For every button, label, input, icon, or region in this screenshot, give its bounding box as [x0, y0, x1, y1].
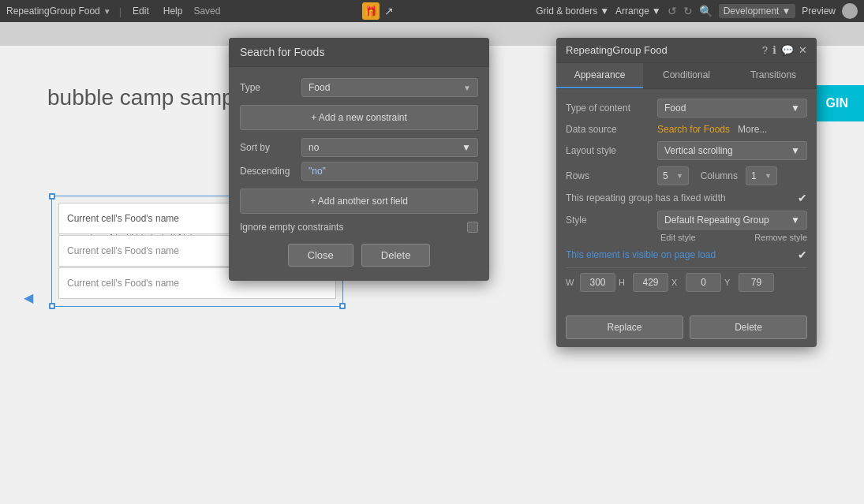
topbar: RepeatingGroup Food ▼ | Edit Help Saved …: [0, 0, 864, 22]
visible-row: This element is visible on page load ✔: [566, 248, 807, 261]
login-button[interactable]: GIN: [810, 85, 864, 121]
repeating-group-panel[interactable]: RepeatingGroup Food ? ℹ 💬 ✕ Appearance C…: [556, 38, 817, 347]
fixed-width-check: ✔: [798, 192, 807, 204]
data-source-link[interactable]: Search for Foods: [657, 124, 730, 135]
rg-panel-header: RepeatingGroup Food ? ℹ 💬 ✕: [556, 38, 817, 63]
data-source-label: Data source: [566, 124, 653, 135]
type-of-content-row: Type of content Food ▼: [566, 99, 807, 118]
visible-label: This element is visible on page load: [566, 249, 793, 260]
redo-btn[interactable]: ↻: [683, 5, 693, 17]
type-select-arrow: ▼: [463, 84, 471, 92]
tab-conditional[interactable]: Conditional: [643, 63, 730, 88]
style-row: Style Default Repeating Group ▼: [566, 211, 807, 230]
descending-value: "no": [301, 162, 478, 181]
ignore-constraints-row: Ignore empty constraints: [240, 222, 478, 233]
h-input[interactable]: [633, 273, 668, 292]
ignore-label: Ignore empty constraints: [240, 222, 461, 233]
undo-btn[interactable]: ↺: [668, 5, 677, 17]
gift-icon: 🎁: [362, 2, 380, 20]
rg-panel-footer: Replace Delete: [556, 309, 817, 347]
style-label: Style: [566, 215, 653, 226]
modal-footer: Close Delete: [240, 244, 478, 270]
search-for-foods-modal[interactable]: Search for Foods Type Food ▼ + Add a new…: [229, 38, 489, 281]
x-input[interactable]: [686, 273, 721, 292]
style-actions: Edit style Remove style: [657, 233, 807, 242]
rows-cols-row: Rows 5 ▼ Columns 1 ▼: [566, 166, 807, 185]
app-title: bubble camp sample: [47, 85, 251, 110]
remove-style-link[interactable]: Remove style: [701, 233, 807, 242]
cursor-icon: ↗: [384, 5, 394, 17]
add-constraint-button[interactable]: + Add a new constraint: [240, 105, 478, 130]
type-select[interactable]: Food ▼: [301, 78, 478, 97]
topbar-sep1: |: [119, 6, 122, 17]
type-label: Type: [240, 82, 295, 93]
rg-panel-body: Type of content Food ▼ Data source Searc…: [556, 89, 817, 309]
rg-delete-button[interactable]: Delete: [690, 315, 807, 339]
w-input[interactable]: [580, 273, 615, 292]
help-icon[interactable]: ?: [762, 44, 768, 56]
columns-input[interactable]: 1 ▼: [746, 166, 777, 185]
edit-style-link[interactable]: Edit style: [660, 233, 696, 242]
rg-panel-icons: ? ℹ 💬 ✕: [762, 44, 807, 56]
rows-arrow: ▼: [676, 172, 683, 180]
rg-divider: [566, 267, 807, 268]
style-select[interactable]: Default Repeating Group ▼: [657, 211, 807, 230]
preview-btn[interactable]: Preview: [802, 6, 836, 17]
sort-select-arrow: ▼: [462, 142, 471, 153]
search-modal-body: Type Food ▼ + Add a new constraint Sort …: [229, 67, 489, 281]
columns-arrow: ▼: [765, 172, 772, 180]
type-select-arrow: ▼: [791, 103, 800, 114]
canvas: bubble camp sample GIN ◀ データに1行として入れて Cu…: [0, 22, 864, 504]
data-source-row: Data source Search for Foods More...: [566, 124, 807, 135]
chat-icon[interactable]: 💬: [781, 44, 794, 56]
add-sort-field-button[interactable]: + Add another sort field: [240, 189, 478, 214]
search-modal-header: Search for Foods: [229, 38, 489, 67]
app-name-text: RepeatingGroup Food: [6, 6, 100, 17]
topbar-center: 🎁 ↗: [228, 2, 528, 20]
app-name-arrow: ▼: [103, 7, 111, 16]
replace-button[interactable]: Replace: [566, 315, 683, 339]
fixed-width-row: This repeating group has a fixed width ✔: [566, 192, 807, 204]
selection-handle-bl: [49, 303, 55, 309]
user-avatar[interactable]: [842, 3, 858, 19]
visible-check: ✔: [798, 248, 807, 261]
type-of-content-select[interactable]: Food ▼: [657, 99, 807, 118]
x-label: X: [671, 278, 683, 287]
edit-menu[interactable]: Edit: [129, 6, 152, 17]
type-of-content-label: Type of content: [566, 103, 653, 114]
rg-tabs: Appearance Conditional Transitions: [556, 63, 817, 89]
coords-row: W H X Y: [566, 273, 807, 292]
close-icon[interactable]: ✕: [799, 44, 807, 56]
sort-row: Sort by no ▼: [240, 138, 478, 157]
fixed-width-label: This repeating group has a fixed width: [566, 192, 793, 203]
rows-input[interactable]: 5 ▼: [657, 166, 689, 185]
delete-button[interactable]: Delete: [361, 244, 431, 267]
topbar-right: Grid & borders ▼ Arrange ▼ ↺ ↻ 🔍 Develop…: [536, 3, 858, 19]
app-name-label[interactable]: RepeatingGroup Food ▼: [6, 6, 111, 17]
y-input[interactable]: [739, 273, 774, 292]
layout-style-row: Layout style Vertical scrolling ▼: [566, 141, 807, 160]
y-label: Y: [724, 278, 735, 287]
search-btn[interactable]: 🔍: [699, 5, 713, 17]
tab-transitions[interactable]: Transitions: [730, 63, 817, 88]
rg-panel-title: RepeatingGroup Food: [566, 44, 756, 56]
selection-handle-tl: [49, 193, 55, 200]
tab-appearance[interactable]: Appearance: [556, 63, 643, 88]
grid-borders-btn[interactable]: Grid & borders ▼: [536, 6, 609, 17]
close-button[interactable]: Close: [288, 244, 353, 267]
saved-status: Saved: [193, 6, 220, 17]
selection-handle-br: [339, 303, 346, 309]
info-icon[interactable]: ℹ: [772, 44, 776, 56]
data-source-more[interactable]: More...: [738, 124, 767, 135]
layout-style-label: Layout style: [566, 145, 653, 156]
help-menu[interactable]: Help: [160, 6, 186, 17]
sort-by-select[interactable]: no ▼: [301, 138, 478, 157]
sort-by-label: Sort by: [240, 142, 295, 153]
dev-mode-btn[interactable]: Development ▼: [719, 4, 796, 18]
arrange-btn[interactable]: Arrange ▼: [615, 6, 661, 17]
rows-label: Rows: [566, 170, 653, 181]
layout-style-select[interactable]: Vertical scrolling ▼: [657, 141, 807, 160]
descending-row: Descending "no": [240, 162, 478, 181]
ignore-checkbox[interactable]: [467, 222, 478, 233]
left-arrow-icon: ◀: [24, 290, 33, 305]
